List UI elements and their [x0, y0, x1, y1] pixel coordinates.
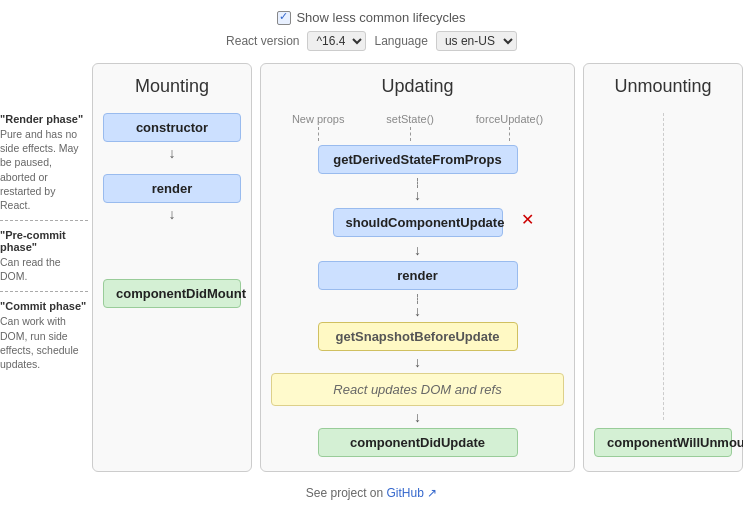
checkbox-icon	[277, 11, 291, 25]
footer: See project on GitHub ↗	[306, 486, 437, 500]
arrow-snapshot-dom: ↓	[414, 355, 421, 369]
commit-phase-annotation: "Commit phase" Can work with DOM, run si…	[0, 300, 88, 371]
arrow-constructor-render: ↓	[169, 146, 176, 160]
precommit-phase-annotation: "Pre-commit phase" Can read the DOM.	[0, 229, 88, 283]
render-phase-title: "Render phase"	[0, 113, 88, 125]
component-did-update-box: componentDidUpdate	[318, 428, 518, 457]
x-mark-icon: ✕	[521, 210, 534, 229]
triggers-row: New props setState() forceUpdate()	[271, 113, 564, 145]
updating-title: Updating	[381, 76, 453, 97]
phases-container: Mounting constructor ↓ render ↓	[92, 63, 743, 472]
get-snapshot-box: getSnapshotBeforeUpdate	[318, 322, 518, 351]
trigger-setstate: setState()	[386, 113, 434, 141]
unmounting-title: Unmounting	[614, 76, 711, 97]
diagram-content: "Render phase" Pure and has no side effe…	[0, 63, 743, 472]
react-updates-dom-box: React updates DOM and refs	[271, 373, 564, 406]
footer-text: See project on	[306, 486, 383, 500]
language-select[interactable]: us en-US	[436, 31, 517, 51]
trigger-new-props: New props	[292, 113, 345, 141]
render-phase-desc: Pure and has no side effects. May be pau…	[0, 127, 88, 212]
version-row: React version ^16.4 Language us en-US	[226, 31, 517, 51]
arrow-dom-did-update: ↓	[414, 410, 421, 424]
precommit-phase-desc: Can read the DOM.	[0, 255, 88, 283]
arrow-render-snapshot: ↓	[414, 294, 421, 318]
constructor-box: constructor	[103, 113, 241, 142]
component-will-unmount-box: componentWillUnmount	[594, 428, 732, 457]
top-controls: Show less common lifecycles React versio…	[226, 10, 517, 51]
github-link[interactable]: GitHub ↗	[387, 486, 438, 500]
arrow-should-render: ↓	[414, 243, 421, 257]
trigger-line-3	[509, 127, 510, 141]
mounting-phase: Mounting constructor ↓ render ↓	[92, 63, 252, 472]
trigger-line-2	[410, 127, 411, 141]
ann-divider-2	[0, 291, 88, 292]
external-link-icon: ↗	[427, 486, 437, 500]
should-update-row: shouldComponentUpdate ✕	[271, 208, 564, 237]
updating-phase: Updating New props setState() forceUpdat…	[260, 63, 575, 472]
annotations-column: "Render phase" Pure and has no side effe…	[0, 63, 92, 371]
trigger-forceupdate: forceUpdate()	[476, 113, 543, 141]
arrow-render-didmount: ↓	[169, 207, 176, 221]
unmounting-phase: Unmounting componentWillUnmount	[583, 63, 743, 472]
trigger-line-1	[318, 127, 319, 141]
get-derived-state-box: getDerivedStateFromProps	[318, 145, 518, 174]
page-wrapper: Show less common lifecycles React versio…	[0, 0, 743, 507]
react-version-select[interactable]: ^16.4	[307, 31, 366, 51]
ann-divider-1	[0, 220, 88, 221]
mounting-render-box: render	[103, 174, 241, 203]
precommit-phase-title: "Pre-commit phase"	[0, 229, 88, 253]
updating-render-box: render	[318, 261, 518, 290]
react-version-label: React version	[226, 34, 299, 48]
component-did-mount-box: componentDidMount	[103, 279, 241, 308]
should-component-update-box: shouldComponentUpdate	[333, 208, 503, 237]
language-label: Language	[374, 34, 427, 48]
commit-phase-desc: Can work with DOM, run side effects, sch…	[0, 314, 88, 371]
arrow-derived-should: ↓	[414, 178, 421, 202]
show-less-label: Show less common lifecycles	[296, 10, 465, 25]
mounting-title: Mounting	[135, 76, 209, 97]
commit-phase-title: "Commit phase"	[0, 300, 88, 312]
render-phase-annotation: "Render phase" Pure and has no side effe…	[0, 113, 88, 212]
show-less-button[interactable]: Show less common lifecycles	[277, 10, 465, 25]
